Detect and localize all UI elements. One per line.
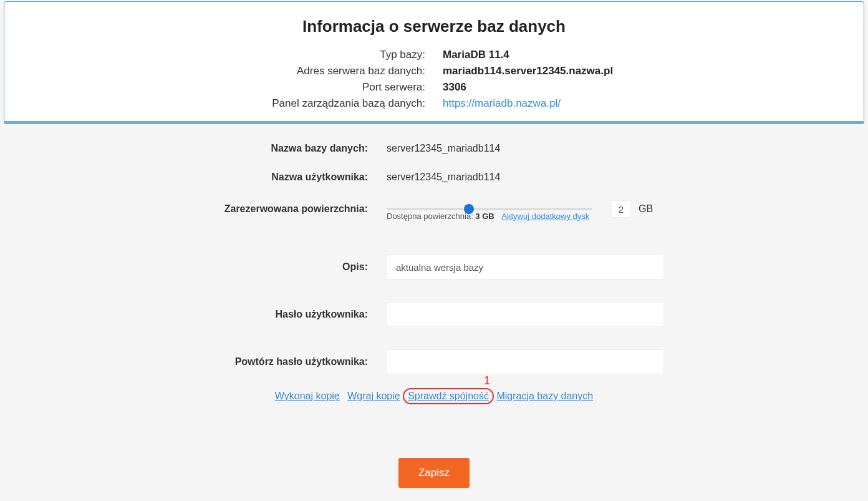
pass2-input[interactable] [387,349,664,374]
slider-handle-icon[interactable] [464,204,474,214]
make-copy-link[interactable]: Wykonaj kopię [275,391,340,401]
db-addr-value: mariadb114.server12345.nazwa.pl [443,65,746,77]
db-addr-label: Adres serwera baz danych: [122,65,425,77]
db-panel-label: Panel zarządzania bazą danych: [122,97,425,110]
db-port-label: Port serwera: [122,81,425,94]
info-title: Informacja o serwerze baz danych [23,17,845,36]
db-name-label: Nazwa bazy danych: [19,143,368,154]
pass-input[interactable] [387,302,664,327]
activate-disk-link[interactable]: Aktywuj dodatkowy dysk [501,212,589,221]
user-label: Nazwa użytkownika: [19,172,368,183]
check-integrity-link[interactable]: Sprawdź spójność 1 [408,391,489,402]
db-panel-link[interactable]: https://mariadb.nazwa.pl/ [443,97,561,109]
save-button[interactable]: Zapisz [398,458,470,488]
db-type-value: MariaDB 11.4 [443,49,746,61]
db-port-value: 3306 [443,81,746,94]
server-info-box: Informacja o serwerze baz danych Typ baz… [4,1,864,124]
db-type-label: Typ bazy: [122,49,425,61]
available-value: 3 GB [475,212,494,221]
pass-label: Hasło użytkownika: [19,309,368,320]
upload-copy-link[interactable]: Wgraj kopię [347,391,400,401]
check-integrity-label: Sprawdź spójność [408,391,489,401]
db-settings-form: Nazwa bazy danych: server12345_mariadb11… [0,143,868,488]
reserved-slider[interactable] [387,208,592,210]
user-value: server12345_mariadb114 [387,172,849,183]
db-name-value: server12345_mariadb114 [387,143,849,154]
available-prefix: Dostępna powierzchnia: [387,212,475,221]
annotation-number: 1 [484,374,490,387]
desc-label: Opis: [19,261,368,273]
action-links-row: Wykonaj kopię Wgraj kopię Sprawdź spójno… [19,391,849,402]
reserved-label: Zarezerwowana powierzchnia: [19,203,368,215]
migrate-db-link[interactable]: Migracja bazy danych [496,391,593,401]
desc-input[interactable] [387,255,664,280]
pass2-label: Powtórz hasło użytkownika: [19,356,368,367]
